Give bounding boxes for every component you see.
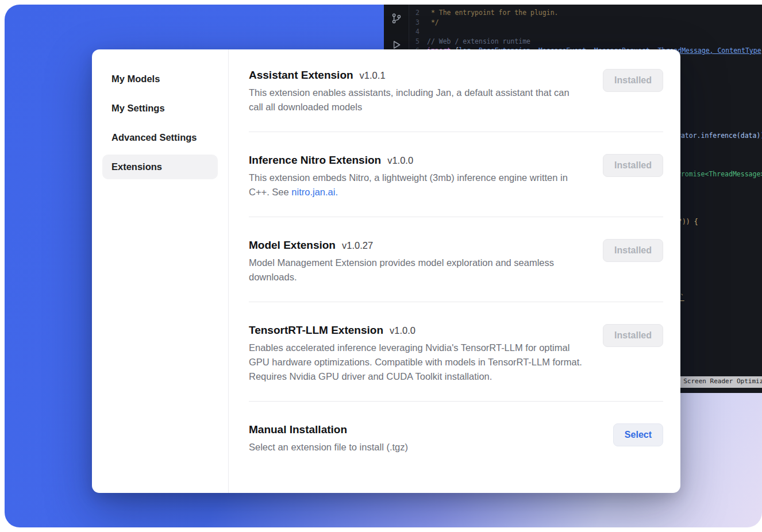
section-divider	[249, 302, 663, 302]
extension-item-nitro: Inference Nitro Extension v1.0.0 This ex…	[249, 154, 663, 199]
section-divider	[249, 132, 663, 132]
code-lines: 2 * The entrypoint for the plugin. 3 */ …	[410, 8, 762, 56]
line-number: 3	[410, 18, 427, 28]
extension-description-text: Model Management Extension provides mode…	[249, 257, 554, 282]
code-fragment: Promise<ThreadMessage>	[677, 169, 762, 179]
extension-item-model: Model Extension v1.0.27 Model Management…	[249, 239, 663, 284]
nitro-link[interactable]: nitro.jan.ai.	[291, 187, 338, 197]
line-number: 5	[410, 37, 427, 47]
manual-installation-section: Manual Installation Select an extension …	[249, 423, 663, 454]
section-divider	[249, 217, 663, 217]
extensions-panel: Assistant Extension v1.0.1 This extensio…	[229, 49, 680, 493]
installed-button[interactable]: Installed	[603, 324, 663, 347]
settings-modal: My Models My Settings Advanced Settings …	[92, 49, 680, 493]
extension-name: TensortRT-LLM Extension	[249, 324, 383, 337]
extension-description: This extension embeds Nitro, a lightweig…	[249, 171, 583, 199]
line-number: 4	[410, 27, 427, 37]
extension-description: Model Management Extension provides mode…	[249, 256, 583, 284]
extension-version: v1.0.1	[360, 70, 386, 81]
sidebar-item-extensions[interactable]: Extensions	[102, 155, 218, 179]
extension-description-text: This extension enables assistants, inclu…	[249, 87, 569, 112]
sidebar-item-advanced-settings[interactable]: Advanced Settings	[102, 125, 218, 150]
extension-description: Enables accelerated inference leveraging…	[249, 341, 583, 384]
extension-title-row: Manual Installation	[249, 423, 408, 436]
code-text: // Web / extension runtime	[427, 37, 530, 47]
extension-item-tensorrt: TensortRT-LLM Extension v1.0.0 Enables a…	[249, 324, 663, 384]
sidebar-item-my-settings[interactable]: My Settings	[102, 96, 218, 121]
extension-name: Assistant Extension	[249, 69, 353, 82]
code-fragment: ")) {	[678, 217, 698, 227]
extension-description-text: Enables accelerated inference leveraging…	[249, 342, 582, 381]
section-divider	[249, 401, 663, 402]
manual-installation-title: Manual Installation	[249, 423, 347, 436]
code-text: * The entrypoint for the plugin.	[427, 8, 558, 18]
extension-title-row: Assistant Extension v1.0.1	[249, 69, 583, 82]
code-fragment: rator.inference(data));	[677, 131, 762, 141]
installed-button[interactable]: Installed	[603, 69, 663, 92]
code-text: */	[427, 18, 439, 28]
extension-version: v1.0.0	[390, 325, 415, 336]
extension-title-row: Model Extension v1.0.27	[249, 239, 583, 252]
manual-installation-description: Select an extension file to install (.tg…	[249, 440, 408, 454]
code-line: 2 * The entrypoint for the plugin.	[410, 8, 762, 18]
extension-name: Inference Nitro Extension	[249, 154, 381, 167]
settings-sidebar: My Models My Settings Advanced Settings …	[92, 49, 229, 493]
git-branch-icon[interactable]	[391, 13, 402, 24]
extension-item-assistant: Assistant Extension v1.0.1 This extensio…	[249, 69, 663, 114]
run-debug-icon[interactable]	[391, 39, 402, 51]
hero-canvas: 2 * The entrypoint for the plugin. 3 */ …	[5, 5, 762, 527]
extension-version: v1.0.27	[342, 240, 373, 251]
extension-title-row: Inference Nitro Extension v1.0.0	[249, 154, 583, 167]
sidebar-item-my-models[interactable]: My Models	[102, 67, 218, 91]
installed-button[interactable]: Installed	[603, 154, 663, 177]
editor-status-bar: go Screen Reader Optimize	[667, 376, 762, 388]
extension-name: Model Extension	[249, 239, 336, 252]
code-line: 4	[410, 27, 762, 37]
extension-description: This extension enables assistants, inclu…	[249, 86, 583, 114]
code-line: 3 */	[410, 18, 762, 28]
line-number: 2	[410, 8, 427, 18]
screen-reader-badge[interactable]: Screen Reader Optimize	[679, 376, 762, 388]
installed-button[interactable]: Installed	[603, 239, 663, 262]
select-file-button[interactable]: Select	[613, 423, 663, 446]
extension-title-row: TensortRT-LLM Extension v1.0.0	[249, 324, 583, 337]
extension-description-text: Select an extension file to install (.tg…	[249, 442, 408, 452]
code-line: 5 // Web / extension runtime	[410, 37, 762, 47]
extension-version: v1.0.0	[387, 155, 413, 166]
